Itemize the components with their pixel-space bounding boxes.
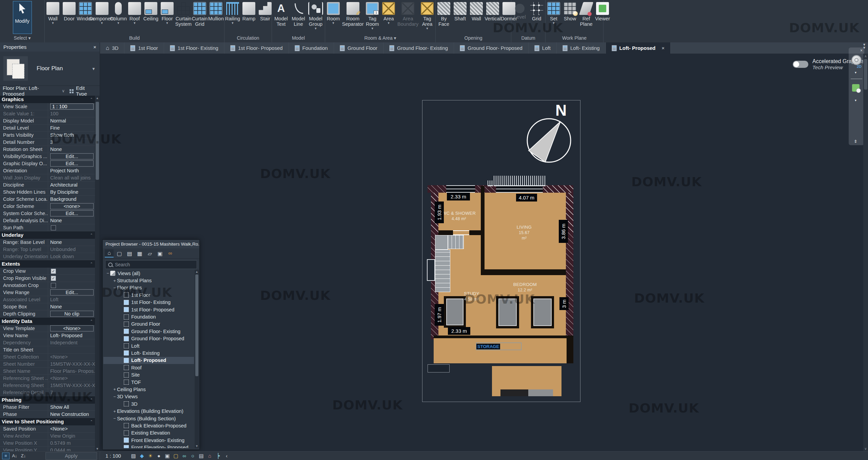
reveal-constraints-icon[interactable]: ┝ (214, 452, 222, 460)
button-depth-clipping[interactable]: No clip (50, 311, 94, 317)
model-line-button[interactable]: Model Line (290, 1, 307, 27)
tree-expander-icon[interactable]: + (112, 409, 117, 414)
show-crop-region-icon[interactable]: ▢ (172, 452, 180, 460)
groups-icon[interactable]: ▣ (156, 249, 164, 257)
tag-area-button[interactable]: Tag Area▼ (419, 1, 435, 31)
tree-item-1st-floor-proposed[interactable]: 1st Floor- Proposed (103, 306, 194, 313)
curtain-system-button[interactable]: Curtain System (175, 1, 192, 27)
temporary-hide-isolate-icon[interactable]: ○ (189, 452, 197, 460)
model-group-dropdown-icon[interactable]: ▼ (314, 27, 317, 30)
room-button[interactable]: Room▼ (325, 1, 341, 25)
tree-expander-icon[interactable]: + (112, 387, 117, 392)
section-collapse-icon[interactable]: ⌃ (90, 96, 93, 103)
property-value[interactable]: Show All (50, 404, 69, 410)
set-dropdown-icon[interactable]: ▼ (552, 22, 555, 24)
tree-item-front-elevation-proposed[interactable]: Front Elevation- Proposed (103, 444, 194, 448)
checkbox-crop-view[interactable] (51, 269, 56, 274)
displaced-elements-icon[interactable]: ⌂ (205, 452, 214, 460)
wall-button[interactable]: Wall (468, 1, 485, 22)
property-value[interactable]: <None> (50, 426, 68, 432)
accelerated-graphics-toggle[interactable] (793, 61, 808, 68)
tree-expander-icon[interactable]: − (112, 285, 117, 290)
button-view-range[interactable]: Edit... (50, 289, 94, 295)
tree-item-ceiling-plans[interactable]: +Ceiling Plans (103, 386, 194, 393)
navigation-bar-close-icon[interactable]: × (860, 48, 863, 53)
property-value[interactable]: 3 (50, 139, 53, 145)
search-input[interactable]: Search (105, 260, 197, 269)
tree-item-existing-elevation[interactable]: Existing Elevation (103, 429, 194, 437)
properties-close-icon[interactable]: × (93, 44, 96, 50)
tab-ground-floor-proposed[interactable]: Ground Floor- Proposed (454, 42, 529, 54)
railing-button[interactable]: Railing▼ (224, 1, 241, 25)
roof-button[interactable]: Roof▼ (126, 1, 143, 25)
property-value[interactable]: Background (50, 196, 76, 202)
collapse-icon[interactable]: ‹ (222, 452, 231, 460)
navigation-bar-expand-icon[interactable]: ⇕ (854, 139, 857, 144)
component-dropdown-icon[interactable]: ▼ (100, 22, 103, 24)
show-button[interactable]: Show (562, 1, 578, 22)
worksharing-display-icon[interactable]: ▤ (197, 452, 205, 460)
crop-view-icon[interactable]: ▣ (163, 452, 172, 460)
ceiling-button[interactable]: Ceiling (143, 1, 159, 22)
reveal-hidden-elements-icon[interactable]: ∞ (180, 452, 189, 460)
section-collapse-icon[interactable]: ⌃ (90, 396, 93, 404)
floor-plan-view[interactable]: N STORAGE WC & SHOWER4 (422, 100, 580, 402)
type-selector-dropdown-icon[interactable]: ▼ (92, 66, 96, 71)
tree-item-loft-proposed[interactable]: Loft- Proposed (103, 357, 194, 364)
section-collapse-icon[interactable]: ⌃ (90, 260, 93, 268)
tree-item-views-all[interactable]: −Views (all) (103, 270, 194, 277)
stair-button[interactable]: Stair (257, 1, 273, 22)
property-value[interactable]: None (50, 239, 62, 245)
input-view-scale[interactable]: 1 : 100 (50, 103, 94, 110)
tree-item-ground-floor-proposed[interactable]: Ground Floor- Proposed (103, 335, 194, 342)
wall-button[interactable]: Wall▼ (45, 1, 61, 25)
property-value[interactable]: Fine (50, 125, 60, 131)
families-icon[interactable]: ▱ (145, 249, 154, 257)
property-value[interactable]: Architectural (50, 182, 78, 188)
edit-type-button[interactable]: Edit Type (76, 85, 97, 97)
window-top-center[interactable] (496, 185, 543, 193)
tree-item-sections-building-section[interactable]: −Sections (Building Section) (103, 415, 194, 422)
tab-loft[interactable]: Loft (529, 42, 557, 54)
section-collapse-icon[interactable]: ⌃ (90, 231, 93, 239)
section-collapse-icon[interactable]: ⌃ (90, 418, 93, 425)
wheel-dropdown-icon[interactable]: ▾ (855, 71, 856, 74)
links-icon[interactable]: ∞ (166, 249, 175, 257)
checkbox-sun-path[interactable] (51, 225, 56, 230)
tree-item-1st-floor[interactable]: 1st Floor (103, 291, 194, 299)
tree-item-loft-existing[interactable]: Loft- Existing (103, 349, 194, 357)
tag-room-button[interactable]: Tag Room▼ (364, 1, 380, 31)
checkbox-annotation-crop[interactable] (51, 283, 56, 288)
tree-item-ground-floor-existing[interactable]: Ground Floor- Existing (103, 328, 194, 335)
button-color-scheme[interactable]: <none> (50, 203, 94, 209)
grid-button[interactable]: Grid (529, 1, 545, 22)
section-collapse-icon[interactable]: ⌃ (90, 318, 93, 325)
tree-item-elevations-building-elevation[interactable]: +Elevations (Building Elevation) (103, 407, 194, 415)
property-value[interactable]: Project North (50, 168, 79, 173)
properties-filter-icon[interactable]: ≡ (2, 453, 9, 459)
tree-expander-icon[interactable]: + (112, 278, 117, 283)
by-face-button[interactable]: By Face (436, 1, 452, 27)
component-button[interactable]: Component▼ (94, 1, 110, 25)
tree-item-loft[interactable]: Loft (103, 342, 194, 349)
detail-level-icon[interactable]: ▨ (129, 452, 138, 460)
section-header-underlay[interactable]: Underlay⌃ (0, 231, 95, 239)
tree-item-tof[interactable]: TOF (103, 379, 194, 386)
tag-area-dropdown-icon[interactable]: ▼ (426, 27, 429, 30)
mullion-button[interactable]: Mullion (208, 1, 224, 22)
drawing-canvas[interactable]: N STORAGE WC & SHOWER4 (100, 54, 863, 451)
model-text-button[interactable]: Model Text (273, 1, 289, 27)
property-value[interactable]: By Discipline (50, 189, 78, 195)
tree-item-ground-floor[interactable]: Ground Floor (103, 321, 194, 328)
stair-landing[interactable] (435, 235, 448, 250)
tab-foundation[interactable]: Foundation (289, 42, 334, 54)
section-header-identity-data[interactable]: Identity Data⌃ (0, 318, 95, 325)
ref-plane-button[interactable]: Ref Plane (578, 1, 594, 27)
tab-1st-floor-existing[interactable]: 1st Floor- Existing (164, 42, 224, 54)
section-header-graphics[interactable]: Graphics⌃ (0, 96, 95, 103)
tree-item-back-elevation-proposed[interactable]: Back Elevation-Proposed (103, 422, 194, 429)
floor-button[interactable]: Floor▼ (159, 1, 175, 25)
section-header-extents[interactable]: Extents⌃ (0, 260, 95, 268)
view-scale-control[interactable]: 1 : 100 (105, 453, 129, 459)
modify-button[interactable]: Modify (13, 1, 32, 34)
